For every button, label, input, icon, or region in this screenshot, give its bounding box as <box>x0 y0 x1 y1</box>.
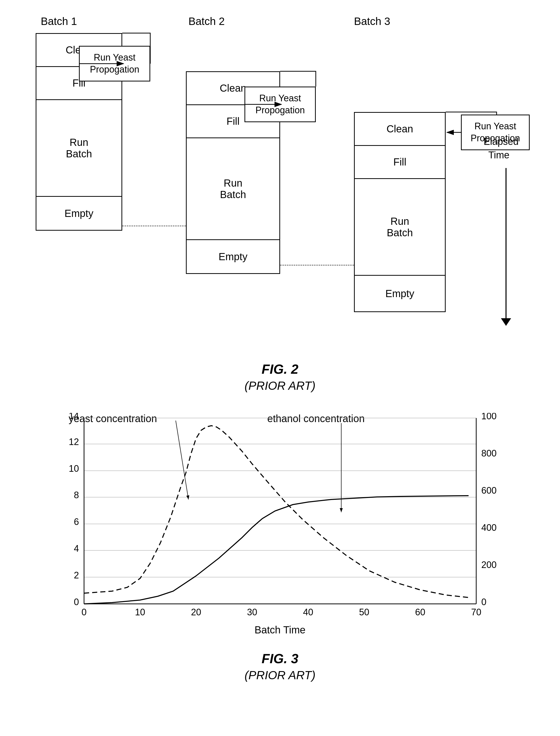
fig3-diagram: yeast concentration ethanol concentratio… <box>20 413 540 636</box>
fig2-diagram: Batch 1 Batch 2 Batch 3 Clean Fill RunBa… <box>20 15 540 346</box>
svg-text:12: 12 <box>69 436 79 447</box>
svg-text:20: 20 <box>191 607 201 617</box>
batch2-empty: Empty <box>187 240 279 273</box>
elapsed-time-label: ElapsedTime <box>484 135 514 162</box>
svg-text:1000: 1000 <box>481 413 497 421</box>
batch3-run: RunBatch <box>355 179 445 276</box>
fig2-prior-art: (PRIOR ART) <box>20 379 540 392</box>
svg-text:50: 50 <box>359 607 369 617</box>
fig2-caption: FIG. 2 (PRIOR ART) <box>20 362 540 392</box>
svg-line-38 <box>176 420 188 499</box>
chart-inner: 0 2 4 6 8 10 12 14 0 200 400 600 800 100… <box>64 413 497 622</box>
svg-text:10: 10 <box>135 607 145 617</box>
chart-xlabel: Batch Time <box>64 624 497 636</box>
svg-text:400: 400 <box>481 522 497 533</box>
fig2-number: FIG. 2 <box>20 362 540 377</box>
batch3-fill: Fill <box>355 146 445 179</box>
svg-text:800: 800 <box>481 448 497 458</box>
fig3-prior-art: (PRIOR ART) <box>20 668 540 682</box>
batch1-run: RunBatch <box>36 100 121 197</box>
batch2-run: RunBatch <box>187 138 279 240</box>
batch3-label: Batch 3 <box>354 15 390 28</box>
batch1-label: Batch 1 <box>41 15 77 28</box>
batch2-label: Batch 2 <box>188 15 225 28</box>
dash-line-1 <box>122 226 186 226</box>
chart-area: yeast concentration ethanol concentratio… <box>38 413 522 636</box>
batch1-empty: Empty <box>36 197 121 230</box>
svg-text:14: 14 <box>69 413 79 421</box>
svg-text:2: 2 <box>74 570 79 580</box>
svg-text:6: 6 <box>74 516 79 527</box>
svg-text:4: 4 <box>74 543 79 554</box>
svg-text:70: 70 <box>471 607 481 617</box>
ryp2-box: Run YeastPropogation <box>244 87 316 122</box>
batch3-empty: Empty <box>355 276 445 311</box>
batch3-clean: Clean <box>355 113 445 146</box>
svg-text:40: 40 <box>303 607 313 617</box>
dash-line-2 <box>280 265 354 266</box>
svg-text:30: 30 <box>247 607 257 617</box>
yeast-line <box>84 426 469 597</box>
ryp1-box: Run YeastPropogation <box>79 46 150 82</box>
ethanol-line <box>84 496 469 604</box>
svg-text:0: 0 <box>481 597 486 607</box>
fig3-number: FIG. 3 <box>20 651 540 666</box>
batch3-box: Clean Fill RunBatch Empty <box>354 112 446 312</box>
svg-text:200: 200 <box>481 559 497 570</box>
svg-text:60: 60 <box>415 607 425 617</box>
svg-text:8: 8 <box>74 490 79 500</box>
chart-svg: 0 2 4 6 8 10 12 14 0 200 400 600 800 100… <box>64 413 497 622</box>
svg-text:10: 10 <box>69 463 79 474</box>
fig3-caption: FIG. 3 (PRIOR ART) <box>20 651 540 682</box>
svg-text:0: 0 <box>81 607 86 617</box>
elapsed-time-arrow <box>506 168 507 321</box>
svg-text:0: 0 <box>74 597 79 607</box>
svg-text:600: 600 <box>481 485 497 496</box>
